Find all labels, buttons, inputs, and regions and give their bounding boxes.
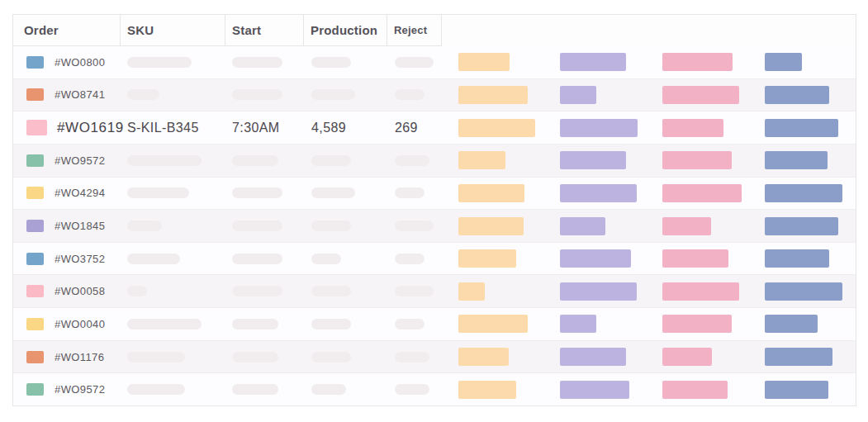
orange-metric-bar[interactable]	[458, 119, 535, 137]
orange-metric-bar[interactable]	[458, 348, 509, 366]
orange-metric-bar[interactable]	[458, 249, 516, 268]
start-cell	[225, 243, 304, 275]
pink-metric-bar[interactable]	[662, 151, 732, 169]
order-cell: #WO9572	[13, 373, 121, 405]
reject-skeleton-placeholder	[395, 220, 434, 231]
purple-metric-bar[interactable]	[560, 315, 596, 333]
production-cell	[304, 178, 387, 210]
column-header-sku[interactable]: SKU	[121, 15, 225, 46]
blue-metric-bar[interactable]	[765, 86, 829, 104]
column-header-start[interactable]: Start	[225, 15, 304, 46]
order-id: #WO0800	[55, 56, 105, 69]
table-row[interactable]: #WO4294	[13, 177, 856, 210]
start-cell	[225, 79, 304, 111]
table-row[interactable]: #WO3752	[13, 242, 856, 275]
reject-cell	[387, 145, 442, 177]
column-header-reject[interactable]: Reject	[387, 15, 442, 46]
table-row[interactable]: #WO1176	[13, 340, 856, 373]
purple-metric-bar[interactable]	[560, 348, 626, 366]
order-cell: #WO4294	[13, 178, 121, 210]
table-body: #WO0800 #WO8741	[13, 46, 856, 405]
sku-skeleton-placeholder	[127, 220, 162, 231]
pink-metric-bar[interactable]	[662, 348, 712, 366]
blue-metric-bar[interactable]	[765, 381, 828, 399]
blue-metric-bar[interactable]	[765, 282, 842, 301]
purple-metric-bar[interactable]	[560, 381, 629, 399]
order-cell: #WO3752	[13, 243, 121, 275]
blue-metric-bar[interactable]	[765, 217, 838, 235]
pink-metric-bar[interactable]	[662, 86, 739, 104]
orange-metric-bar[interactable]	[458, 86, 528, 104]
start-skeleton-placeholder	[232, 352, 278, 363]
purple-metric-bar[interactable]	[560, 184, 637, 202]
table-header: Order SKU Start Production Reject	[13, 15, 856, 46]
sku-skeleton-placeholder	[127, 155, 202, 166]
pink-metric-bar[interactable]	[662, 282, 739, 301]
column-header-production[interactable]: Production	[304, 15, 387, 46]
order-color-swatch	[26, 187, 44, 199]
column-header-order[interactable]: Order	[13, 15, 121, 46]
start-cell	[225, 145, 304, 177]
blue-metric-bar[interactable]	[765, 184, 842, 202]
reject-cell	[387, 178, 442, 210]
orange-metric-bar[interactable]	[458, 282, 485, 301]
orange-metric-bar[interactable]	[458, 217, 524, 235]
pink-metric-bar[interactable]	[662, 315, 732, 333]
production-cell	[304, 373, 387, 405]
pink-metric-bar[interactable]	[662, 184, 742, 202]
table-row[interactable]: #WO1845	[13, 209, 856, 242]
production-cell	[304, 210, 387, 242]
table-row[interactable]: #WO0058	[13, 274, 856, 307]
metrics-bars-cell	[442, 178, 856, 210]
pink-metric-bar[interactable]	[662, 217, 711, 235]
reject-cell	[387, 243, 442, 275]
sku-cell	[121, 178, 225, 210]
purple-metric-bar[interactable]	[560, 53, 626, 71]
order-cell: #WO1619	[13, 111, 121, 144]
table-row[interactable]: #WO8741	[13, 78, 856, 111]
production-cell	[304, 308, 387, 340]
orange-metric-bar[interactable]	[458, 381, 516, 399]
order-id: #WO4294	[55, 187, 105, 199]
order-cell: #WO0040	[13, 308, 121, 340]
orange-metric-bar[interactable]	[458, 315, 528, 333]
blue-metric-bar[interactable]	[765, 249, 829, 268]
purple-metric-bar[interactable]	[560, 282, 637, 301]
order-id: #WO1619	[57, 120, 124, 136]
start-cell	[225, 341, 304, 373]
purple-metric-bar[interactable]	[560, 249, 631, 268]
table-row[interactable]: #WO0040	[13, 307, 856, 340]
table-row[interactable]: #WO9572	[13, 372, 856, 405]
purple-metric-bar[interactable]	[560, 119, 638, 137]
pink-metric-bar[interactable]	[662, 249, 728, 268]
table-row[interactable]: #WO0800	[13, 46, 856, 78]
blue-metric-bar[interactable]	[765, 348, 832, 366]
production-skeleton-placeholder	[311, 220, 351, 231]
blue-metric-bar[interactable]	[765, 53, 802, 71]
start-cell	[225, 275, 304, 307]
table-row[interactable]: #WO9572	[13, 144, 856, 177]
order-color-swatch	[26, 154, 44, 167]
orange-metric-bar[interactable]	[458, 53, 510, 71]
pink-metric-bar[interactable]	[662, 119, 723, 137]
sku-skeleton-placeholder	[127, 286, 147, 296]
blue-metric-bar[interactable]	[765, 151, 828, 169]
blue-metric-bar[interactable]	[765, 119, 838, 137]
blue-metric-bar[interactable]	[765, 315, 818, 333]
table-row-selected[interactable]: #WO1619 S-KIL-B345 7:30AM 4,589 269	[13, 111, 856, 144]
order-id: #WO1176	[55, 351, 104, 363]
order-cell: #WO0800	[13, 46, 121, 78]
reject-cell	[387, 79, 442, 111]
purple-metric-bar[interactable]	[560, 217, 605, 235]
reject-skeleton-placeholder	[395, 319, 425, 330]
pink-metric-bar[interactable]	[662, 381, 728, 399]
start-skeleton-placeholder	[232, 155, 278, 166]
orange-metric-bar[interactable]	[458, 184, 524, 202]
orange-metric-bar[interactable]	[458, 151, 505, 169]
pink-metric-bar[interactable]	[662, 53, 733, 71]
start-skeleton-placeholder	[232, 286, 282, 296]
production-skeleton-placeholder	[311, 319, 351, 330]
purple-metric-bar[interactable]	[560, 86, 596, 104]
purple-metric-bar[interactable]	[560, 151, 626, 169]
sku-cell	[121, 210, 225, 242]
